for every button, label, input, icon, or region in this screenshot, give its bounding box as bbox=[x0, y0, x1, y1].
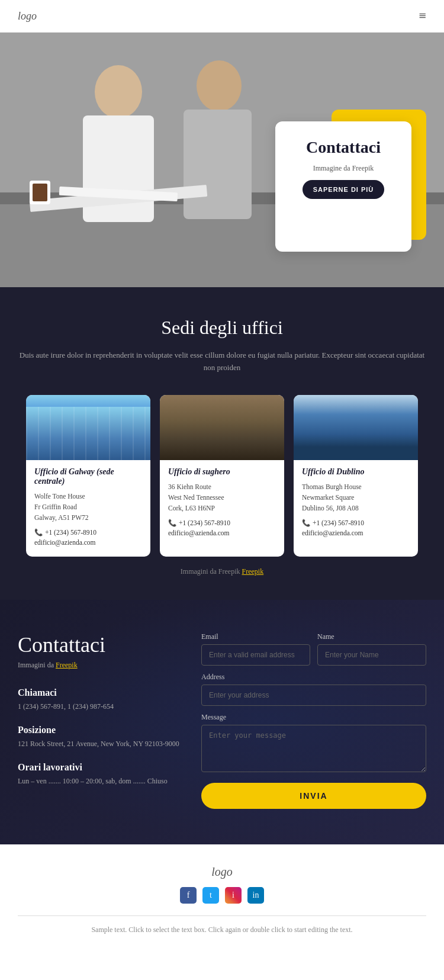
footer: logo f t i in Sample text. Click to sele… bbox=[0, 844, 444, 946]
hero-contact-card: Contattaci Immagine da Freepik SAPERNE D… bbox=[275, 121, 411, 252]
office-cork-name: Ufficio di sughero bbox=[168, 467, 276, 477]
name-input[interactable] bbox=[317, 644, 426, 666]
footer-divider bbox=[18, 915, 426, 916]
footer-logo: logo bbox=[211, 865, 233, 879]
office-galway-phone: 📞 +1 (234) 567-8910 bbox=[34, 528, 142, 536]
svg-rect-6 bbox=[184, 110, 252, 219]
hero-section: Contattaci Immagine da Freepik SAPERNE D… bbox=[0, 33, 444, 287]
message-label: Message bbox=[201, 713, 426, 722]
linkedin-icon[interactable]: in bbox=[247, 887, 264, 904]
contact-section: Contattaci Immagini da Freepik Chiamaci … bbox=[0, 600, 444, 844]
office-dublin-phone: 📞 +1 (234) 567-8910 bbox=[302, 519, 410, 527]
hero-cta-button[interactable]: SAPERNE DI PIÙ bbox=[303, 180, 385, 199]
twitter-icon[interactable]: t bbox=[202, 887, 219, 904]
offices-description: Duis aute irure dolor in reprehenderit i… bbox=[18, 349, 426, 374]
form-row-email-name: Email Name bbox=[201, 632, 426, 666]
email-label: Email bbox=[201, 632, 310, 641]
offices-title: Sedi degli uffici bbox=[18, 317, 426, 339]
office-dublin-name: Ufficio di Dublino bbox=[302, 467, 410, 477]
office-dublin-email: edificio@azienda.com bbox=[302, 529, 410, 536]
hamburger-icon[interactable]: ≡ bbox=[419, 8, 426, 24]
office-dublin-address: Thomas Burgh House Newmarket Square Dubl… bbox=[302, 481, 410, 514]
navbar: logo ≡ bbox=[0, 0, 444, 33]
contact-position-title: Posizione bbox=[18, 725, 184, 735]
submit-button[interactable]: INVIA bbox=[201, 783, 426, 809]
contact-position-text: 121 Rock Street, 21 Avenue, New York, NY… bbox=[18, 738, 184, 749]
name-label: Name bbox=[317, 632, 426, 641]
facebook-icon[interactable]: f bbox=[180, 887, 197, 904]
contact-sub-link: Immagini da Freepik bbox=[18, 661, 184, 670]
address-input[interactable] bbox=[201, 685, 426, 706]
contact-position-block: Posizione 121 Rock Street, 21 Avenue, Ne… bbox=[18, 725, 184, 749]
form-row-message: Message bbox=[201, 713, 426, 772]
contact-main-title: Contattaci bbox=[18, 632, 184, 657]
contact-hours-title: Orari lavorativi bbox=[18, 762, 184, 773]
form-group-email: Email bbox=[201, 632, 310, 666]
address-label: Address bbox=[201, 673, 426, 682]
contact-left-panel: Contattaci Immagini da Freepik Chiamaci … bbox=[18, 632, 184, 809]
offices-section: Sedi degli uffici Duis aute irure dolor … bbox=[0, 287, 444, 600]
office-galway-name: Ufficio di Galway (sede centrale) bbox=[34, 467, 142, 486]
contact-call-text: 1 (234) 567-891, 1 (234) 987-654 bbox=[18, 701, 184, 712]
office-card-cork: Ufficio di sughero 36 Kiehn Route West N… bbox=[160, 395, 284, 557]
hero-card-title: Contattaci bbox=[306, 138, 381, 157]
footer-sample-text: Sample text. Click to select the text bo… bbox=[91, 924, 352, 946]
contact-call-title: Chiamaci bbox=[18, 687, 184, 698]
contact-hours-block: Orari lavorativi Lun – ven ....... 10:00… bbox=[18, 762, 184, 786]
contact-form: Email Name Address Message bbox=[201, 632, 426, 809]
svg-point-3 bbox=[95, 65, 142, 118]
contact-freepik-link[interactable]: Freepik bbox=[56, 661, 78, 669]
email-input[interactable] bbox=[201, 644, 310, 666]
offices-freepik-link[interactable]: Freepik bbox=[242, 567, 263, 576]
form-group-message: Message bbox=[201, 713, 426, 772]
nav-logo: logo bbox=[18, 10, 37, 23]
offices-cards-container: Ufficio di Galway (sede centrale) Wolfe … bbox=[18, 395, 426, 557]
contact-hours-text: Lun – ven ....... 10:00 – 20:00, sab, do… bbox=[18, 776, 184, 786]
office-card-dublin: Ufficio di Dublino Thomas Burgh House Ne… bbox=[294, 395, 418, 557]
hero-card-subtitle: Immagine da Freepik bbox=[313, 164, 374, 173]
svg-point-5 bbox=[197, 60, 242, 111]
office-card-galway: Ufficio di Galway (sede centrale) Wolfe … bbox=[26, 395, 150, 557]
contact-form-panel: Email Name Address Message bbox=[201, 632, 426, 809]
footer-socials: f t i in bbox=[180, 887, 264, 904]
office-cork-email: edificio@azienda.com bbox=[168, 529, 276, 536]
contact-call-block: Chiamaci 1 (234) 567-891, 1 (234) 987-65… bbox=[18, 687, 184, 712]
svg-rect-10 bbox=[33, 184, 47, 201]
instagram-icon[interactable]: i bbox=[225, 887, 242, 904]
offices-freepik-credit: Immagini da Freepik Freepik bbox=[18, 567, 426, 576]
message-textarea[interactable] bbox=[201, 725, 426, 772]
office-galway-address: Wolfe Tone House Fr Griffin Road Galway,… bbox=[34, 491, 142, 523]
form-group-name: Name bbox=[317, 632, 426, 666]
office-cork-address: 36 Kiehn Route West Ned Tennessee Cork, … bbox=[168, 481, 276, 514]
office-cork-phone: 📞 +1 (234) 567-8910 bbox=[168, 519, 276, 527]
form-group-address: Address bbox=[201, 673, 426, 706]
office-galway-email: edificio@azienda.com bbox=[34, 539, 142, 546]
form-row-address: Address bbox=[201, 673, 426, 706]
